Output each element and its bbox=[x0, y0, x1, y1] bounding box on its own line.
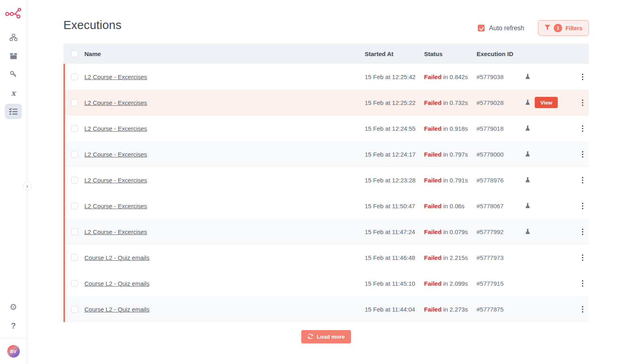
row-menu-kebab-icon[interactable] bbox=[576, 73, 589, 80]
row-menu-kebab-icon[interactable] bbox=[576, 254, 589, 261]
row-checkbox[interactable] bbox=[71, 203, 78, 209]
started-at-cell: 15 Feb at 12:24:55 bbox=[365, 125, 424, 132]
execution-name-link[interactable]: Course L2 - Quiz emails bbox=[84, 254, 365, 261]
row-checkbox[interactable] bbox=[71, 177, 78, 184]
row-menu-kebab-icon[interactable] bbox=[576, 177, 589, 184]
status-cell: Failed in 0.842s bbox=[424, 73, 477, 80]
sidebar-item-help[interactable]: ? bbox=[5, 318, 22, 333]
status-failed-label: Failed bbox=[424, 280, 441, 287]
row-checkbox[interactable] bbox=[71, 228, 78, 235]
duration-label: in 2.273s bbox=[443, 306, 468, 313]
duration-label: in 0.797s bbox=[443, 151, 468, 158]
status-cell: Failed in 0.732s bbox=[424, 99, 477, 106]
sidebar-item-templates[interactable] bbox=[5, 48, 22, 63]
flask-icon bbox=[521, 203, 535, 209]
started-at-cell: 15 Feb at 12:25:22 bbox=[365, 99, 424, 106]
sidebar-item-executions[interactable] bbox=[5, 104, 22, 119]
status-cell: Failed in 0.06s bbox=[424, 203, 477, 209]
executions-checklist-icon bbox=[9, 108, 18, 115]
row-checkbox[interactable] bbox=[71, 125, 78, 132]
row-checkbox[interactable] bbox=[71, 306, 78, 313]
filter-funnel-icon bbox=[544, 25, 550, 31]
flask-icon bbox=[521, 125, 535, 132]
filters-label: Filters bbox=[565, 25, 582, 31]
status-cell: Failed in 2.273s bbox=[424, 306, 477, 313]
row-menu-kebab-icon[interactable] bbox=[576, 228, 589, 235]
row-checkbox[interactable] bbox=[71, 73, 78, 80]
column-header-status: Status bbox=[424, 50, 477, 57]
started-at-cell: 15 Feb at 11:45:10 bbox=[365, 280, 424, 287]
table-row[interactable]: L2 Course - Excercises 15 Feb at 12:23:2… bbox=[63, 167, 589, 193]
flask-icon bbox=[521, 177, 535, 183]
execution-name-link[interactable]: L2 Course - Excercises bbox=[84, 99, 365, 106]
sidebar-expand-button[interactable]: › bbox=[23, 182, 32, 191]
row-menu-kebab-icon[interactable] bbox=[576, 99, 589, 106]
status-failed-label: Failed bbox=[424, 73, 441, 80]
execution-name-link[interactable]: L2 Course - Excercises bbox=[84, 73, 365, 80]
started-at-cell: 15 Feb at 12:23:28 bbox=[365, 177, 424, 184]
execution-name-link[interactable]: L2 Course - Excercises bbox=[84, 203, 365, 209]
executions-table: Name Started At Status Execution ID L2 C… bbox=[63, 44, 589, 322]
table-row[interactable]: L2 Course - Excercises 15 Feb at 12:24:5… bbox=[63, 115, 589, 141]
auto-refresh-checkbox[interactable] bbox=[478, 25, 485, 31]
flask-icon bbox=[521, 99, 535, 106]
row-checkbox[interactable] bbox=[71, 280, 78, 287]
column-header-started-at: Started At bbox=[365, 50, 424, 57]
table-row[interactable]: Course L2 - Quiz emails 15 Feb at 11:46:… bbox=[63, 245, 589, 270]
row-menu-kebab-icon[interactable] bbox=[576, 306, 589, 313]
status-failed-label: Failed bbox=[424, 306, 441, 313]
execution-name-link[interactable]: Course L2 - Quiz emails bbox=[84, 280, 365, 287]
row-menu-kebab-icon[interactable] bbox=[576, 151, 589, 158]
view-button[interactable]: View bbox=[535, 97, 558, 108]
row-checkbox[interactable] bbox=[71, 254, 78, 261]
refresh-icon bbox=[307, 333, 313, 341]
row-menu-kebab-icon[interactable] bbox=[576, 280, 589, 287]
status-failed-label: Failed bbox=[424, 125, 441, 132]
load-more-button[interactable]: Load more bbox=[301, 330, 351, 343]
execution-name-link[interactable]: L2 Course - Excercises bbox=[84, 177, 365, 184]
status-cell: Failed in 0.791s bbox=[424, 177, 477, 184]
execution-id-cell: #5778067 bbox=[477, 203, 521, 209]
execution-id-cell: #5779038 bbox=[477, 73, 521, 80]
avatar[interactable]: BV bbox=[7, 345, 20, 358]
row-menu-kebab-icon[interactable] bbox=[576, 203, 589, 209]
started-at-cell: 15 Feb at 11:47:24 bbox=[365, 228, 424, 235]
sidebar-item-credentials[interactable] bbox=[5, 67, 22, 82]
variables-icon: x bbox=[11, 88, 15, 97]
execution-name-link[interactable]: L2 Course - Excercises bbox=[84, 228, 365, 235]
execution-id-cell: #5779018 bbox=[477, 125, 521, 132]
execution-name-link[interactable]: L2 Course - Excercises bbox=[84, 151, 365, 158]
execution-id-cell: #5778976 bbox=[477, 177, 521, 184]
select-all-checkbox[interactable] bbox=[71, 50, 78, 57]
sidebar-item-settings[interactable]: ⚙ bbox=[5, 299, 22, 314]
table-row[interactable]: Course L2 - Quiz emails 15 Feb at 11:45:… bbox=[63, 270, 589, 296]
execution-name-link[interactable]: L2 Course - Excercises bbox=[84, 125, 365, 132]
table-row[interactable]: L2 Course - Excercises 15 Feb at 12:24:1… bbox=[63, 141, 589, 167]
key-icon bbox=[9, 70, 17, 78]
duration-label: in 0.079s bbox=[443, 228, 468, 235]
table-body: L2 Course - Excercises 15 Feb at 12:25:4… bbox=[63, 64, 589, 322]
table-row[interactable]: Course L2 - Quiz emails 15 Feb at 11:44:… bbox=[63, 296, 589, 322]
row-menu-kebab-icon[interactable] bbox=[576, 125, 589, 132]
sidebar-nav: x bbox=[5, 29, 22, 119]
started-at-cell: 15 Feb at 12:25:42 bbox=[365, 73, 424, 80]
execution-name-link[interactable]: Course L2 - Quiz emails bbox=[84, 306, 365, 313]
gear-icon: ⚙ bbox=[10, 303, 17, 311]
started-at-cell: 15 Feb at 12:24:17 bbox=[365, 151, 424, 158]
table-row[interactable]: L2 Course - Excercises 15 Feb at 12:25:4… bbox=[63, 64, 589, 90]
duration-label: in 0.842s bbox=[443, 73, 468, 80]
auto-refresh-toggle[interactable]: Auto refresh bbox=[478, 25, 524, 32]
row-checkbox[interactable] bbox=[71, 99, 78, 106]
table-row[interactable]: L2 Course - Excercises 15 Feb at 11:50:4… bbox=[63, 193, 589, 219]
filters-button[interactable]: 1 Filters bbox=[538, 20, 589, 36]
n8n-logo-icon[interactable] bbox=[5, 5, 22, 20]
table-row[interactable]: L2 Course - Excercises 15 Feb at 12:25:2… bbox=[63, 90, 589, 115]
started-at-cell: 15 Feb at 11:50:47 bbox=[365, 203, 424, 209]
row-checkbox[interactable] bbox=[71, 151, 78, 158]
table-row[interactable]: L2 Course - Excercises 15 Feb at 11:47:2… bbox=[63, 219, 589, 245]
sidebar-item-variables[interactable]: x bbox=[5, 85, 22, 100]
auto-refresh-label: Auto refresh bbox=[489, 25, 524, 32]
column-header-name: Name bbox=[84, 50, 365, 57]
status-cell: Failed in 2.215s bbox=[424, 254, 477, 261]
sidebar-item-workflows[interactable] bbox=[5, 29, 22, 45]
